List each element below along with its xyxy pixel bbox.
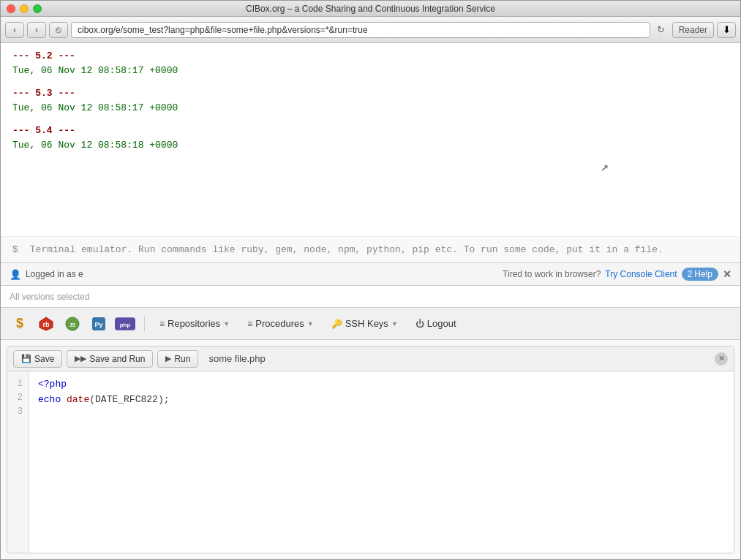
line-num-3: 3 bbox=[13, 405, 23, 419]
logout-label: Logout bbox=[427, 318, 456, 329]
ssh-keys-menu[interactable]: 🔑 SSH Keys ▼ bbox=[326, 315, 404, 332]
terminal-date-value-2: Tue, 06 Nov 12 08:58:17 +0000 bbox=[12, 102, 178, 113]
terminal-dollar-sign: $ bbox=[12, 244, 18, 255]
title-bar: CIBox.org – a Code Sharing and Continuou… bbox=[1, 1, 740, 17]
procedures-menu-icon: ≡ bbox=[247, 319, 252, 329]
lang-node-icon[interactable]: JS bbox=[62, 314, 83, 334]
user-icon: 👤 bbox=[10, 269, 21, 280]
save-label: Save bbox=[34, 354, 54, 364]
repositories-menu[interactable]: ≡ Repositories ▼ bbox=[154, 315, 236, 332]
share-icon: ⎋ bbox=[56, 24, 61, 35]
code-line-2: echo date(DATE_RFC822); bbox=[38, 393, 725, 408]
close-notification-button[interactable]: ✕ bbox=[723, 268, 731, 280]
address-bar[interactable]: cibox.org/e/some_test?lang=php&file=some… bbox=[71, 22, 650, 38]
php-open-tag: <?php bbox=[38, 379, 67, 390]
svg-text:rb: rb bbox=[43, 321, 50, 328]
line-numbers: 1 2 3 bbox=[7, 371, 29, 553]
downloads-icon: ⬇ bbox=[723, 24, 731, 35]
repositories-menu-label: Repositories bbox=[168, 318, 220, 329]
lang-python-icon[interactable]: Py bbox=[89, 314, 109, 334]
forward-button[interactable]: › bbox=[27, 22, 46, 38]
code-line-3 bbox=[38, 408, 725, 423]
date-function: date bbox=[67, 394, 89, 405]
version-selector[interactable]: All versions selected bbox=[1, 286, 740, 308]
python-svg: Py bbox=[91, 316, 107, 332]
notification-bar: 👤 Logged in as e Tired to work in browse… bbox=[1, 262, 740, 286]
version-selector-text: All versions selected bbox=[10, 292, 89, 302]
code-content[interactable]: <?php echo date(DATE_RFC822); bbox=[29, 371, 734, 553]
echo-keyword: echo bbox=[38, 394, 67, 405]
traffic-lights bbox=[7, 4, 42, 13]
close-editor-button[interactable]: ✕ bbox=[715, 352, 728, 366]
terminal-date-value-1: Tue, 06 Nov 12 08:58:17 +0000 bbox=[12, 65, 178, 76]
terminal-label-53: --- 5.3 --- bbox=[12, 88, 75, 99]
repositories-menu-arrow: ▼ bbox=[223, 320, 230, 328]
terminal-date-2: Tue, 06 Nov 12 08:58:17 +0000 bbox=[12, 101, 729, 116]
php-svg: php bbox=[115, 317, 135, 331]
terminal-line-3: --- 5.4 --- bbox=[12, 124, 729, 138]
lang-php-icon[interactable]: php bbox=[115, 314, 135, 334]
help-button[interactable]: 2 Help bbox=[682, 268, 718, 281]
back-icon: ‹ bbox=[13, 25, 16, 35]
logout-menu[interactable]: ⏻ Logout bbox=[410, 315, 462, 332]
code-paren-open: ( bbox=[89, 394, 95, 405]
save-and-run-label: Save and Run bbox=[89, 354, 145, 364]
procedures-menu[interactable]: ≡ Procedures ▼ bbox=[241, 315, 319, 332]
ssh-keys-arrow: ▼ bbox=[391, 320, 398, 328]
line-num-2: 2 bbox=[13, 391, 23, 405]
share-button[interactable]: ⎋ bbox=[49, 22, 68, 38]
app-navbar: $ rb JS Py bbox=[1, 308, 740, 340]
save-and-run-icon: ▶▶ bbox=[75, 354, 86, 363]
bash-symbol: $ bbox=[16, 316, 23, 331]
editor-toolbar: 💾 Save ▶▶ Save and Run ▶ Run some file.p… bbox=[7, 347, 734, 371]
close-editor-icon: ✕ bbox=[718, 354, 725, 363]
browser-window: CIBox.org – a Code Sharing and Continuou… bbox=[0, 0, 741, 560]
forward-icon: › bbox=[35, 25, 38, 35]
procedures-menu-arrow: ▼ bbox=[307, 320, 314, 328]
cursor-indicator: ↗ bbox=[601, 159, 609, 175]
save-button[interactable]: 💾 Save bbox=[13, 350, 62, 368]
minimize-button[interactable] bbox=[20, 4, 29, 13]
reader-button[interactable]: Reader bbox=[672, 22, 714, 38]
lang-ruby-icon[interactable]: rb bbox=[36, 314, 56, 334]
main-content: --- 5.2 --- Tue, 06 Nov 12 08:58:17 +000… bbox=[1, 43, 740, 559]
close-button[interactable] bbox=[7, 4, 15, 13]
terminal-date-1: Tue, 06 Nov 12 08:58:17 +0000 bbox=[12, 64, 729, 78]
console-cta-text: Tired to work in browser? bbox=[503, 269, 601, 279]
save-icon: 💾 bbox=[21, 354, 31, 363]
maximize-button[interactable] bbox=[33, 4, 42, 13]
ssh-keys-label: SSH Keys bbox=[345, 318, 388, 329]
editor-filename: some file.php bbox=[208, 353, 265, 364]
console-client-link[interactable]: Try Console Client bbox=[605, 269, 677, 279]
terminal-prompt-text: Terminal emulator. Run commands like rub… bbox=[30, 244, 663, 255]
run-icon: ▶ bbox=[165, 354, 171, 363]
logout-icon: ⏻ bbox=[415, 319, 424, 329]
ruby-svg: rb bbox=[38, 316, 54, 332]
help-number: 2 bbox=[688, 269, 693, 279]
code-editor[interactable]: 1 2 3 <?php echo date(DATE_RFC822); bbox=[7, 371, 734, 553]
line-num-1: 1 bbox=[13, 377, 23, 391]
run-button[interactable]: ▶ Run bbox=[157, 350, 198, 368]
editor-panel: 💾 Save ▶▶ Save and Run ▶ Run some file.p… bbox=[7, 346, 734, 553]
terminal-line-1: --- 5.2 --- bbox=[12, 49, 729, 64]
downloads-button[interactable]: ⬇ bbox=[717, 22, 736, 38]
save-and-run-button[interactable]: ▶▶ Save and Run bbox=[67, 350, 153, 368]
terminal-output: --- 5.2 --- Tue, 06 Nov 12 08:58:17 +000… bbox=[1, 43, 740, 262]
terminal-date-3: Tue, 06 Nov 12 08:58:18 +0000 bbox=[12, 138, 729, 153]
terminal-line-2: --- 5.3 --- bbox=[12, 86, 729, 101]
code-line-1: <?php bbox=[38, 377, 725, 393]
svg-text:php: php bbox=[120, 321, 131, 328]
ssh-keys-icon: 🔑 bbox=[331, 319, 342, 329]
code-paren-close: ); bbox=[158, 394, 170, 405]
terminal-prompt-area: $ Terminal emulator. Run commands like r… bbox=[1, 236, 740, 262]
back-button[interactable]: ‹ bbox=[5, 22, 24, 38]
date-constant: DATE_RFC822 bbox=[95, 394, 158, 405]
help-label: Help bbox=[694, 269, 712, 279]
node-svg: JS bbox=[64, 316, 80, 332]
svg-text:JS: JS bbox=[69, 322, 76, 328]
reload-icon: ↻ bbox=[657, 24, 665, 35]
lang-bash-icon[interactable]: $ bbox=[10, 314, 30, 334]
reload-button[interactable]: ↻ bbox=[653, 22, 669, 38]
terminal-date-value-3: Tue, 06 Nov 12 08:58:18 +0000 bbox=[12, 140, 178, 151]
nav-divider-1 bbox=[144, 317, 145, 331]
